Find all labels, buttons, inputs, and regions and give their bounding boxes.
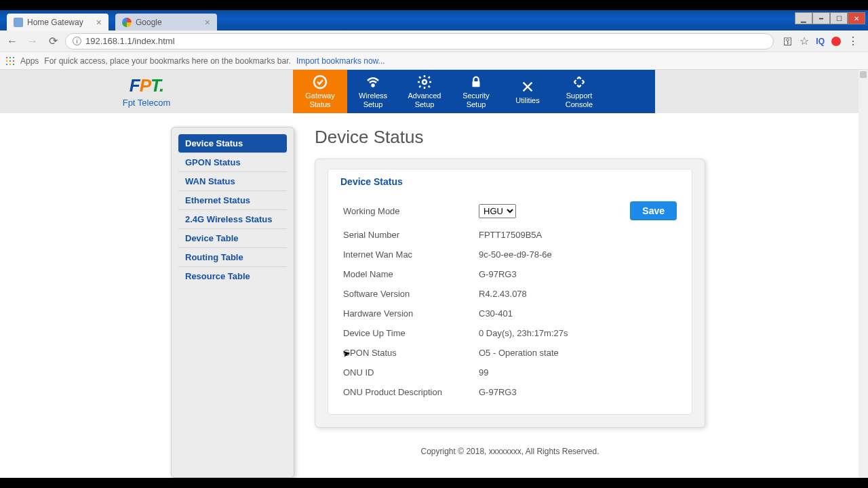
row-value: C30-401 xyxy=(476,304,679,323)
table-row: Software VersionR4.2.43.078 xyxy=(340,284,679,304)
browser-tab-active[interactable]: Home Gateway × xyxy=(7,14,108,30)
key-icon[interactable]: ⚿ xyxy=(783,36,793,47)
url-text: 192.168.1.1/index.html xyxy=(85,36,175,46)
row-label: GPON Status xyxy=(340,343,476,363)
address-bar: ← → ⟳ i 192.168.1.1/index.html ⚿ ☆ IQ ⋮ xyxy=(0,30,868,52)
window-titlebar: Home Gateway × Google × ▁ ━ ☐ ✕ xyxy=(0,10,868,30)
lock-icon xyxy=(468,74,484,90)
import-bookmarks-link[interactable]: Import bookmarks now... xyxy=(296,56,385,66)
window-maximize-button[interactable]: ☐ xyxy=(830,12,848,24)
row-value: 0 Day(s), 23h:17m:27s xyxy=(476,323,679,343)
back-button[interactable]: ← xyxy=(4,33,20,49)
page-title: Device Status xyxy=(315,127,705,148)
window-close-button[interactable]: ✕ xyxy=(848,12,865,24)
sidebar-item-wan-status[interactable]: WAN Status xyxy=(178,172,287,191)
scrollbar-thumb[interactable] xyxy=(860,71,867,78)
table-row: GPON StatusO5 - Operation state xyxy=(340,343,679,363)
gear-icon xyxy=(416,74,433,90)
row-working-mode: Working Mode HGU Save xyxy=(340,197,679,225)
close-icon[interactable]: × xyxy=(205,17,210,28)
favicon-home-icon xyxy=(14,18,23,27)
table-row: Hardware VersionC30-401 xyxy=(340,304,679,323)
table-row: Internet Wan Mac9c-50-ee-d9-78-6e xyxy=(340,245,679,264)
row-label: ONU ID xyxy=(340,363,476,382)
table-row: ONU Product DescriptionG-97RG3 xyxy=(340,382,679,402)
tools-icon xyxy=(519,79,536,95)
panel-heading: Device Status xyxy=(340,169,679,197)
row-label: Internet Wan Mac xyxy=(340,245,476,264)
wifi-icon xyxy=(365,74,381,90)
table-row: Device Up Time0 Day(s), 23h:17m:27s xyxy=(340,323,679,343)
row-label: Model Name xyxy=(340,264,476,284)
nav-advanced-setup[interactable]: AdvancedSetup xyxy=(399,70,450,113)
tab-title: Home Gateway xyxy=(27,18,83,27)
sidebar-item-gpon-status[interactable]: GPON Status xyxy=(178,153,287,172)
row-value: R4.2.43.078 xyxy=(476,284,679,304)
main-content: Device Status Device Status Working Mode… xyxy=(315,127,868,478)
url-input[interactable]: i 192.168.1.1/index.html xyxy=(65,33,774,49)
nav-wireless-setup[interactable]: WirelessSetup xyxy=(347,70,399,113)
sidebar-item-resource-table[interactable]: Resource Table xyxy=(178,267,287,285)
row-label: Software Version xyxy=(340,284,476,304)
browser-tab[interactable]: Google × xyxy=(115,14,217,30)
device-status-panel: Device Status Working Mode HGU xyxy=(315,159,705,428)
brand-subtitle: Fpt Telecom xyxy=(123,98,171,108)
menu-icon[interactable]: ⋮ xyxy=(848,35,859,47)
apps-icon[interactable] xyxy=(5,56,15,66)
sidebar: Device Status GPON Status WAN Status Eth… xyxy=(171,127,294,478)
table-row: Model NameG-97RG3 xyxy=(340,264,679,284)
bookmark-bar: Apps For quick access, place your bookma… xyxy=(0,52,868,70)
sidebar-item-device-table[interactable]: Device Table xyxy=(178,229,287,248)
window-minimize-far-button[interactable]: ▁ xyxy=(795,12,812,24)
nav-security-setup[interactable]: SecuritySetup xyxy=(450,70,502,113)
check-circle-icon xyxy=(312,74,328,90)
row-value: G-97RG3 xyxy=(476,382,679,402)
device-info-table: Working Mode HGU Save Seria xyxy=(340,197,679,402)
star-icon[interactable]: ☆ xyxy=(800,35,809,47)
row-label: Serial Number xyxy=(340,225,476,245)
forward-button[interactable]: → xyxy=(24,33,41,49)
nav-utilities[interactable]: Utilities xyxy=(502,70,553,113)
close-icon[interactable]: × xyxy=(96,17,102,28)
reload-button[interactable]: ⟳ xyxy=(45,33,61,49)
extension-iq-icon[interactable]: IQ xyxy=(816,37,825,46)
apps-label[interactable]: Apps xyxy=(20,56,39,66)
sidebar-item-routing-table[interactable]: Routing Table xyxy=(178,248,287,267)
favicon-google-icon xyxy=(122,18,132,27)
row-label: Hardware Version xyxy=(340,304,476,323)
working-mode-select[interactable]: HGU xyxy=(479,204,516,218)
row-value: G-97RG3 xyxy=(476,264,679,284)
extension-record-icon[interactable] xyxy=(831,37,841,46)
scrollbar[interactable] xyxy=(859,70,868,478)
table-row: ONU ID99 xyxy=(340,363,679,382)
logo-area: FPT. Fpt Telecom xyxy=(0,70,293,113)
row-label: Device Up Time xyxy=(340,323,476,343)
tab-title: Google xyxy=(136,18,162,27)
sidebar-item-device-status[interactable]: Device Status xyxy=(178,134,287,153)
svg-point-2 xyxy=(422,80,427,84)
nav-gateway-status[interactable]: GatewayStatus xyxy=(293,70,347,113)
info-icon: i xyxy=(73,37,81,45)
row-value: 9c-50-ee-d9-78-6e xyxy=(476,245,679,264)
sidebar-item-wireless-status[interactable]: 2.4G Wireless Status xyxy=(178,210,287,229)
row-label: ONU Product Description xyxy=(340,382,476,402)
page-content: FPT. Fpt Telecom GatewayStatus WirelessS… xyxy=(0,70,868,478)
svg-rect-3 xyxy=(473,81,480,87)
save-button[interactable]: Save xyxy=(630,201,677,220)
row-value: O5 - Operation state xyxy=(476,343,679,363)
nav-support-console[interactable]: SupportConsole xyxy=(553,70,605,113)
bookmark-hint: For quick access, place your bookmarks h… xyxy=(44,56,291,66)
top-nav: GatewayStatus WirelessSetup AdvancedSetu… xyxy=(293,70,655,113)
footer-text: Copyright © 2018, xxxxxxxx, All Rights R… xyxy=(315,447,705,456)
brand-logo: FPT. xyxy=(130,75,163,96)
support-icon xyxy=(571,74,587,90)
sidebar-item-ethernet-status[interactable]: Ethernet Status xyxy=(178,191,287,210)
label-working-mode: Working Mode xyxy=(340,197,476,225)
svg-point-1 xyxy=(372,85,374,87)
window-minimize-button[interactable]: ━ xyxy=(812,12,830,24)
row-value: 99 xyxy=(476,363,679,382)
table-row: Serial NumberFPTT17509B5A xyxy=(340,225,679,245)
window-controls: ▁ ━ ☐ ✕ xyxy=(795,12,865,24)
row-value: FPTT17509B5A xyxy=(476,225,679,245)
